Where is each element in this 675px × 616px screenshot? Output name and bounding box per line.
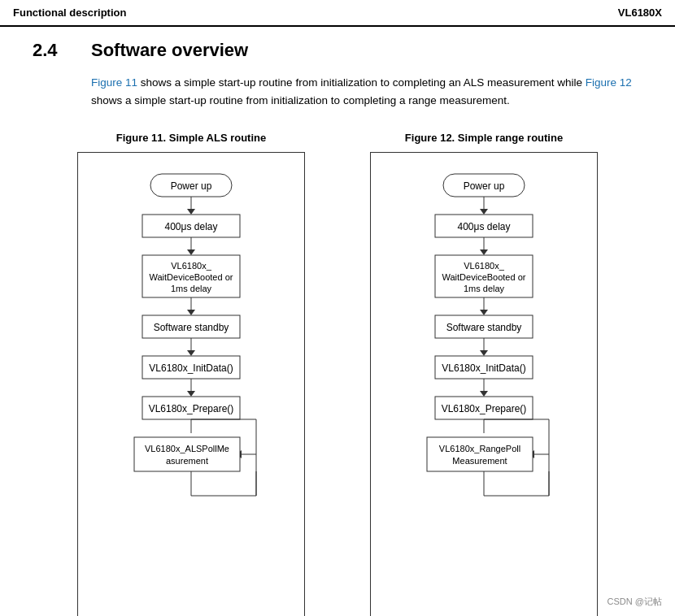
svg-text:asurement: asurement xyxy=(166,456,208,466)
svg-rect-64 xyxy=(427,437,533,471)
svg-text:Software standby: Software standby xyxy=(446,322,522,333)
figure11-diagram: Power up 400μs delay VL6180x_ WaitDevice… xyxy=(77,152,305,616)
page-header: Functional description VL6180X xyxy=(0,0,675,27)
svg-text:Software standby: Software standby xyxy=(154,322,229,333)
svg-marker-52 xyxy=(480,350,488,356)
svg-text:VL6180x_Prepare(): VL6180x_Prepare() xyxy=(149,403,234,414)
header-right: VL6180X xyxy=(618,7,662,19)
svg-text:Power up: Power up xyxy=(171,180,212,192)
svg-text:VL6180x_RangePoll: VL6180x_RangePoll xyxy=(439,444,520,453)
svg-text:VL6180x_Prepare(): VL6180x_Prepare() xyxy=(442,403,527,414)
svg-marker-17 xyxy=(187,350,195,356)
svg-text:1ms delay: 1ms delay xyxy=(464,284,505,293)
svg-text:1ms delay: 1ms delay xyxy=(171,284,212,293)
svg-rect-29 xyxy=(134,437,240,471)
svg-marker-7 xyxy=(187,249,195,255)
section-heading: Software overview xyxy=(91,40,248,61)
svg-marker-21 xyxy=(187,391,195,397)
svg-marker-3 xyxy=(187,209,195,215)
svg-text:WaitDeviceBooted or: WaitDeviceBooted or xyxy=(150,272,233,282)
svg-text:WaitDeviceBooted or: WaitDeviceBooted or xyxy=(442,272,526,282)
svg-marker-42 xyxy=(480,249,488,255)
figure12-svg: Power up 400μs delay VL6180x_ WaitDevice… xyxy=(390,166,577,616)
svg-marker-56 xyxy=(480,391,488,397)
svg-text:Measurement: Measurement xyxy=(452,456,507,466)
figure12-link[interactable]: Figure 12 xyxy=(586,76,632,89)
svg-text:VL6180x_: VL6180x_ xyxy=(171,261,211,271)
svg-text:VL6180x_ALSPollMe: VL6180x_ALSPollMe xyxy=(145,444,229,453)
figure11-col: Figure 11. Simple ALS routine Power up 4… xyxy=(61,132,321,616)
svg-text:400μs delay: 400μs delay xyxy=(165,221,218,232)
section-title: 2.4 Software overview xyxy=(33,40,642,61)
svg-text:VL6180x_: VL6180x_ xyxy=(464,261,504,271)
figures-row: Figure 11. Simple ALS routine Power up 4… xyxy=(33,132,642,616)
svg-text:VL6180x_InitData(): VL6180x_InitData() xyxy=(149,362,233,374)
svg-marker-13 xyxy=(187,310,195,315)
svg-text:Power up: Power up xyxy=(464,180,505,192)
svg-marker-48 xyxy=(480,310,488,315)
figure12-col: Figure 12. Simple range routine Power up… xyxy=(354,132,614,616)
main-content: 2.4 Software overview Figure 11 shows a … xyxy=(0,40,675,616)
figure12-diagram: Power up 400μs delay VL6180x_ WaitDevice… xyxy=(370,152,598,616)
svg-marker-38 xyxy=(480,209,488,215)
watermark: CSDN @记帖 xyxy=(608,596,662,608)
svg-text:400μs delay: 400μs delay xyxy=(458,221,511,232)
section-number: 2.4 xyxy=(33,40,65,61)
figure11-svg: Power up 400μs delay VL6180x_ WaitDevice… xyxy=(98,166,285,616)
figure11-link[interactable]: Figure 11 xyxy=(91,76,137,89)
header-left: Functional description xyxy=(13,7,126,19)
figure11-caption: Figure 11. Simple ALS routine xyxy=(116,132,266,144)
figure12-caption: Figure 12. Simple range routine xyxy=(405,132,563,144)
svg-text:VL6180x_InitData(): VL6180x_InitData() xyxy=(442,362,525,374)
intro-paragraph: Figure 11 shows a simple start-up routin… xyxy=(91,74,642,109)
